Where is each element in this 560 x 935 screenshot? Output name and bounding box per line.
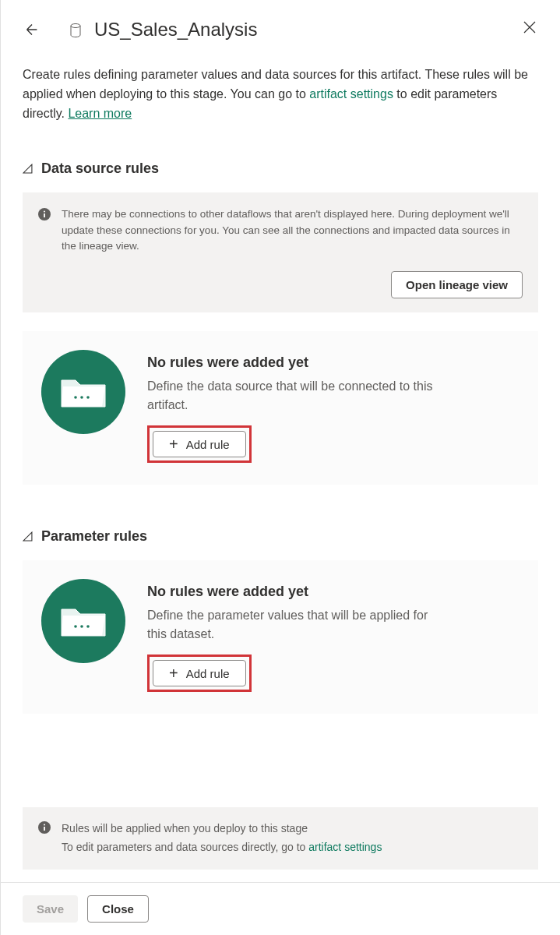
empty-state-description: Define the parameter values that will be… bbox=[147, 606, 443, 644]
svg-point-3 bbox=[44, 211, 45, 213]
folder-icon bbox=[41, 579, 125, 663]
empty-state-title: No rules were added yet bbox=[147, 584, 443, 600]
svg-rect-11 bbox=[44, 827, 45, 831]
back-arrow-icon[interactable] bbox=[23, 20, 41, 39]
section-title: Data source rules bbox=[41, 161, 159, 177]
open-lineage-view-button[interactable]: Open lineage view bbox=[391, 271, 523, 298]
parameter-rules-header[interactable]: Parameter rules bbox=[23, 528, 538, 545]
footer-info-line2: To edit parameters and data sources dire… bbox=[62, 838, 523, 857]
svg-point-8 bbox=[80, 625, 83, 628]
artifact-settings-link[interactable]: artifact settings bbox=[309, 87, 393, 101]
svg-rect-2 bbox=[44, 213, 45, 217]
collapse-icon bbox=[23, 531, 33, 542]
svg-point-4 bbox=[74, 396, 77, 399]
database-icon bbox=[69, 23, 82, 36]
empty-state-title: No rules were added yet bbox=[147, 355, 443, 371]
data-source-empty-state: No rules were added yet Define the data … bbox=[23, 331, 538, 485]
add-data-source-rule-button[interactable]: + Add rule bbox=[153, 431, 246, 457]
bottom-action-bar: Save Close bbox=[1, 882, 560, 935]
parameter-empty-state: No rules were added yet Define the param… bbox=[23, 560, 538, 714]
footer-info-box: Rules will be applied when you deploy to… bbox=[23, 807, 538, 870]
collapse-icon bbox=[23, 164, 33, 175]
svg-point-5 bbox=[80, 396, 83, 399]
info-icon bbox=[38, 821, 51, 834]
data-source-info-box: There may be connections to other datafl… bbox=[23, 192, 538, 312]
footer-info-line1: Rules will be applied when you deploy to… bbox=[62, 820, 523, 838]
panel-description: Create rules defining parameter values a… bbox=[23, 65, 538, 123]
svg-point-12 bbox=[44, 824, 45, 826]
close-icon[interactable] bbox=[523, 20, 538, 36]
plus-icon: + bbox=[169, 436, 178, 452]
svg-point-7 bbox=[74, 625, 77, 628]
add-rule-highlight: + Add rule bbox=[147, 425, 252, 463]
folder-icon bbox=[41, 350, 125, 434]
svg-point-9 bbox=[86, 625, 90, 628]
save-button[interactable]: Save bbox=[23, 895, 78, 923]
data-source-rules-header[interactable]: Data source rules bbox=[23, 161, 538, 177]
svg-point-0 bbox=[71, 24, 80, 28]
add-rule-highlight: + Add rule bbox=[147, 654, 252, 692]
plus-icon: + bbox=[169, 665, 178, 681]
panel-title: US_Sales_Analysis bbox=[94, 19, 257, 41]
artifact-settings-link-footer[interactable]: artifact settings bbox=[308, 841, 382, 853]
info-icon bbox=[38, 208, 51, 221]
info-text: There may be connections to other datafl… bbox=[62, 206, 523, 254]
learn-more-link[interactable]: Learn more bbox=[68, 107, 132, 120]
section-title: Parameter rules bbox=[41, 528, 147, 545]
add-parameter-rule-button[interactable]: + Add rule bbox=[153, 660, 246, 686]
empty-state-description: Define the data source that will be conn… bbox=[147, 377, 443, 415]
close-button[interactable]: Close bbox=[87, 895, 149, 923]
svg-point-6 bbox=[86, 396, 90, 399]
panel-header: US_Sales_Analysis bbox=[23, 19, 538, 41]
